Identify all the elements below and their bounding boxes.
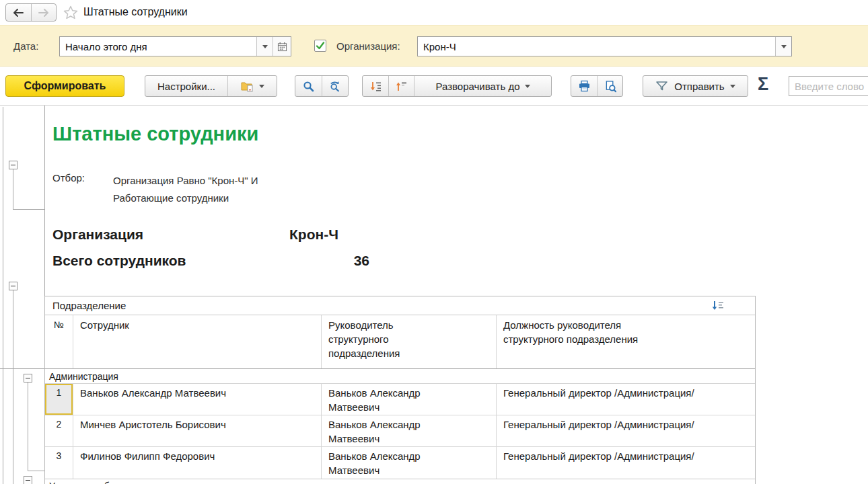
settings-button-label: Настройки... bbox=[157, 81, 215, 92]
report-title: Штатные сотрудники bbox=[52, 123, 258, 145]
find-next-button[interactable] bbox=[322, 76, 348, 96]
print-preview-button[interactable] bbox=[598, 76, 623, 96]
cell-manager-title[interactable]: Генеральный директор /Администрация/ bbox=[497, 384, 755, 415]
expand-groups-icon bbox=[370, 81, 382, 92]
organization-input[interactable] bbox=[418, 37, 775, 56]
cell-employee[interactable]: Филинов Филипп Федорович bbox=[73, 447, 322, 479]
check-icon bbox=[315, 40, 326, 51]
organization-row-value: Крон-Ч bbox=[289, 227, 338, 243]
send-button-label: Отправить bbox=[674, 81, 724, 92]
print-button-group bbox=[571, 75, 623, 97]
search-next-icon bbox=[329, 80, 341, 93]
favorite-star-icon[interactable] bbox=[62, 4, 79, 22]
collapse-department-button[interactable] bbox=[24, 374, 32, 382]
cell-manager[interactable]: Ваньков Александр Матвеевич bbox=[322, 447, 497, 479]
group-level-line bbox=[3, 107, 3, 484]
settings-button-group: Настройки... bbox=[145, 75, 277, 97]
report-variants-icon bbox=[241, 81, 254, 92]
collapse-groups-icon bbox=[396, 81, 407, 92]
printer-icon bbox=[578, 80, 591, 92]
cell-manager[interactable]: Ваньков Александр Матвеевич bbox=[322, 415, 497, 446]
report-toolbar: Сформировать Настройки... bbox=[0, 67, 868, 105]
quick-search-field bbox=[789, 76, 868, 96]
collapse-groups-button[interactable] bbox=[388, 76, 414, 96]
top-navigation-bar: Штатные сотрудники bbox=[0, 0, 868, 25]
date-input[interactable] bbox=[60, 37, 256, 56]
sigma-icon: Σ bbox=[758, 74, 768, 94]
column-header-manager-title[interactable]: Должность руководителя структурного подр… bbox=[497, 315, 755, 368]
total-employees-label: Всего сотрудников bbox=[52, 253, 186, 269]
print-preview-icon bbox=[605, 80, 616, 93]
print-button[interactable] bbox=[571, 76, 598, 96]
generate-button[interactable]: Сформировать bbox=[5, 75, 124, 97]
autosum-button[interactable]: Σ bbox=[758, 74, 768, 95]
find-button-group bbox=[295, 75, 349, 97]
cell-manager[interactable]: Ваньков Александр Матвеевич bbox=[322, 384, 497, 415]
calendar-icon bbox=[277, 42, 287, 52]
report-variants-button[interactable] bbox=[227, 76, 277, 96]
group-row-administration[interactable]: Администрация bbox=[45, 369, 755, 384]
section-header-label: Подразделение bbox=[45, 300, 126, 311]
cell-employee[interactable]: Минчев Аристотель Борисович bbox=[73, 415, 322, 446]
organization-field bbox=[417, 36, 792, 56]
date-dropdown-button[interactable] bbox=[256, 37, 273, 56]
group-bracket-line bbox=[13, 169, 13, 209]
generate-button-label: Сформировать bbox=[24, 80, 106, 92]
table-row: 3 Филинов Филипп Федорович Ваньков Алекс… bbox=[45, 447, 755, 479]
expand-to-button[interactable]: Разворачивать до bbox=[414, 76, 551, 96]
expand-button-group: Разворачивать до bbox=[362, 75, 552, 97]
settings-button[interactable]: Настройки... bbox=[145, 76, 227, 96]
cell-number[interactable]: 2 bbox=[45, 415, 73, 446]
back-button[interactable] bbox=[6, 4, 31, 21]
send-icon bbox=[655, 81, 669, 91]
selection-label: Отбор: bbox=[52, 172, 113, 207]
group-bracket-line bbox=[28, 382, 28, 471]
collapse-next-department-button[interactable] bbox=[24, 476, 32, 484]
column-header-manager[interactable]: Руководитель структурного подразделения bbox=[322, 315, 497, 368]
collapse-table-section-button[interactable] bbox=[9, 282, 17, 290]
organization-row-label: Организация bbox=[52, 227, 143, 243]
table-row: 2 Минчев Аристотель Борисович Ваньков Ал… bbox=[45, 415, 755, 447]
expand-to-label: Разворачивать до bbox=[435, 81, 519, 92]
organization-dropdown-button[interactable] bbox=[775, 37, 791, 56]
history-nav-group bbox=[5, 3, 57, 22]
window-title: Штатные сотрудники bbox=[83, 6, 188, 18]
find-button[interactable] bbox=[295, 76, 322, 96]
cell-manager-title[interactable]: Генеральный директор /Администрация/ bbox=[497, 415, 755, 446]
report-filter-panel: Дата: Организация: bbox=[0, 25, 868, 67]
cell-manager-title[interactable]: Генеральный директор /Администрация/ bbox=[497, 447, 755, 479]
column-header-employee[interactable]: Сотрудник bbox=[73, 315, 322, 368]
selection-summary: Отбор: Организация Равно "Крон-Ч" И Рабо… bbox=[52, 172, 258, 207]
search-icon bbox=[302, 80, 315, 93]
calendar-button[interactable] bbox=[273, 37, 291, 56]
forward-button[interactable] bbox=[31, 4, 57, 21]
group-bracket-line bbox=[13, 290, 13, 484]
group-bracket-line bbox=[28, 471, 44, 471]
expand-groups-button[interactable] bbox=[363, 76, 388, 96]
column-header-number[interactable]: № bbox=[45, 315, 73, 368]
sort-descending-icon[interactable] bbox=[711, 300, 724, 312]
selection-line: Организация Равно "Крон-Ч" И bbox=[113, 172, 258, 190]
quick-search-input[interactable] bbox=[789, 77, 868, 95]
caret-down-icon bbox=[525, 85, 530, 88]
table-column-header-row: № Сотрудник Руководитель структурного по… bbox=[45, 315, 755, 369]
back-arrow-icon bbox=[12, 8, 24, 17]
organization-label: Организация: bbox=[336, 40, 400, 52]
caret-down-icon bbox=[259, 85, 264, 88]
send-button[interactable]: Отправить bbox=[643, 75, 748, 97]
table-row: 1 Ваньков Александр Матвеевич Ваньков Ал… bbox=[45, 384, 755, 415]
cell-employee[interactable]: Ваньков Александр Матвеевич bbox=[73, 384, 322, 415]
table-section-header-row[interactable]: Подразделение bbox=[45, 296, 755, 315]
date-label: Дата: bbox=[13, 40, 38, 52]
organization-checkbox[interactable] bbox=[314, 40, 326, 52]
selection-line: Работающие сотрудники bbox=[113, 190, 258, 207]
cell-number[interactable]: 3 bbox=[45, 447, 73, 479]
employees-table: Подразделение № Сотрудник Руководитель с… bbox=[44, 296, 756, 484]
report-spreadsheet-area: Штатные сотрудники Отбор: Организация Ра… bbox=[0, 105, 868, 484]
caret-down-icon bbox=[262, 45, 268, 48]
forward-arrow-icon bbox=[38, 8, 50, 17]
cell-number-selected[interactable]: 1 bbox=[45, 384, 73, 415]
collapse-group-header-button[interactable] bbox=[9, 161, 17, 169]
group-row-next-department[interactable]: Управление безопасности bbox=[45, 479, 755, 484]
total-employees-value: 36 bbox=[289, 253, 369, 269]
